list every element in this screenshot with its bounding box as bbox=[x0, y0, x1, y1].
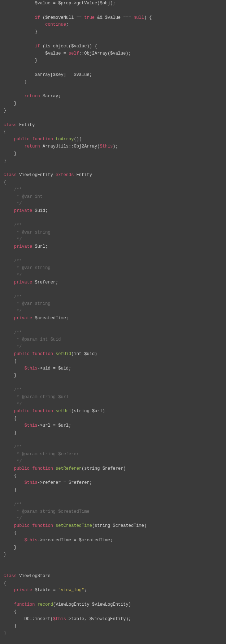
keyword-function: function bbox=[32, 466, 53, 471]
code-text: ->referer = $referer; bbox=[38, 480, 92, 485]
brace: { bbox=[4, 581, 6, 586]
comment: /** bbox=[14, 444, 22, 449]
code-text: $array; bbox=[40, 94, 61, 99]
keyword-function: function bbox=[32, 523, 53, 528]
code-line: $array[$key] = $value; bbox=[4, 72, 92, 77]
class-name: ViewLogStore bbox=[17, 573, 51, 579]
code-text: ->table, $viewLogEntity); bbox=[66, 617, 131, 622]
code-text: (){ bbox=[74, 137, 82, 142]
comment: */ bbox=[14, 516, 22, 521]
brace: } bbox=[4, 552, 6, 557]
bool-null: null bbox=[134, 15, 144, 20]
code-text: $value = bbox=[4, 51, 69, 56]
keyword-class: class bbox=[4, 573, 17, 579]
keyword-public: public bbox=[14, 409, 30, 414]
keyword-class: class bbox=[4, 172, 17, 178]
code-text: (string $referer) bbox=[82, 466, 126, 471]
comment: /** bbox=[14, 294, 22, 299]
brace: } bbox=[4, 631, 6, 636]
class-name: Entity bbox=[74, 172, 92, 178]
comment: /** bbox=[14, 387, 22, 392]
brace: { bbox=[14, 473, 17, 478]
comment: /** bbox=[14, 259, 22, 264]
brace: } bbox=[14, 487, 17, 492]
code-text: ->url = $url; bbox=[38, 423, 71, 428]
code-text: ); bbox=[113, 144, 118, 149]
code-line: } bbox=[4, 80, 27, 85]
brace: { bbox=[4, 180, 6, 185]
code-text: && $value === bbox=[95, 15, 134, 20]
code-line: } bbox=[4, 108, 6, 113]
code-text: ) { bbox=[144, 15, 152, 20]
keyword-this: $this bbox=[25, 366, 38, 371]
code-text: ; bbox=[66, 22, 69, 27]
comment: */ bbox=[14, 308, 22, 314]
code-text: $uid; bbox=[32, 208, 48, 213]
code-text: $table = bbox=[32, 588, 58, 593]
comment: */ bbox=[14, 201, 22, 206]
comment: /** bbox=[14, 330, 22, 335]
function-name: setUid bbox=[56, 351, 71, 357]
brace: } bbox=[14, 151, 17, 156]
keyword-function: function bbox=[32, 409, 53, 414]
function-name: toArray bbox=[56, 137, 74, 142]
code-text: (int $uid) bbox=[71, 351, 97, 357]
function-name: setUrl bbox=[56, 409, 71, 414]
code-text: $url; bbox=[32, 244, 48, 249]
keyword-continue: continue bbox=[45, 22, 66, 27]
code-line: } bbox=[4, 58, 38, 63]
comment: * @var string bbox=[14, 265, 51, 270]
code-text: $referer; bbox=[32, 280, 58, 285]
bool-true: true bbox=[84, 15, 95, 20]
comment: /** bbox=[14, 502, 22, 507]
code-text: ::Obj2Array($value); bbox=[79, 51, 131, 56]
keyword-class: class bbox=[4, 123, 17, 128]
brace: { bbox=[4, 129, 6, 135]
code-text: ->createdTime = $createdTime; bbox=[38, 538, 113, 543]
keyword-public: public bbox=[14, 351, 30, 357]
keyword-return: return bbox=[25, 144, 40, 149]
code-line: $value = $prop->getValue($obj); bbox=[4, 1, 116, 6]
code-text: (string $url) bbox=[71, 409, 105, 414]
comment: * @var string bbox=[14, 230, 51, 235]
string-literal: "view_log" bbox=[58, 588, 84, 593]
brace: { bbox=[14, 530, 17, 536]
keyword-private: private bbox=[14, 280, 32, 285]
comment: * @var string bbox=[14, 301, 51, 306]
code-line: } bbox=[4, 101, 17, 106]
keyword-extends: extends bbox=[56, 172, 74, 178]
keyword-public: public bbox=[14, 523, 30, 528]
comment: /** bbox=[14, 223, 22, 228]
keyword-public: public bbox=[14, 137, 30, 142]
keyword-public: public bbox=[14, 466, 30, 471]
keyword-if: if bbox=[35, 15, 40, 20]
code-text: $createdTime; bbox=[32, 316, 69, 321]
keyword-function: function bbox=[32, 351, 53, 357]
comment: */ bbox=[14, 459, 22, 464]
keyword-this: $this bbox=[53, 617, 66, 622]
comment: /** bbox=[14, 187, 22, 192]
function-name: setReferer bbox=[56, 466, 82, 471]
keyword-if: if bbox=[35, 44, 40, 49]
code-text: (is_object($value)) { bbox=[40, 44, 97, 49]
code-line: } bbox=[4, 29, 38, 34]
brace: } bbox=[14, 623, 17, 628]
keyword-this: $this bbox=[100, 144, 113, 149]
keyword-private: private bbox=[14, 244, 32, 249]
comment: * @var int bbox=[14, 194, 43, 199]
brace: } bbox=[14, 373, 17, 378]
code-text: (ViewLogEntity $viewLogEntity) bbox=[53, 602, 131, 607]
code-block: $value = $prop->getValue($obj); if ($rem… bbox=[0, 0, 226, 644]
brace: } bbox=[14, 430, 17, 435]
comment: * @param string $createdTime bbox=[14, 509, 90, 514]
brace: { bbox=[14, 609, 17, 614]
keyword-function: function bbox=[32, 137, 53, 142]
brace: { bbox=[14, 416, 17, 421]
class-name: Entity bbox=[17, 123, 35, 128]
code-text: ArrayUtils::Obj2Array( bbox=[40, 144, 100, 149]
code-text: Db::insert( bbox=[4, 617, 53, 622]
code-text: (string $createdTime) bbox=[92, 523, 147, 528]
comment: */ bbox=[14, 344, 22, 349]
keyword-private: private bbox=[14, 316, 32, 321]
brace: { bbox=[14, 359, 17, 364]
